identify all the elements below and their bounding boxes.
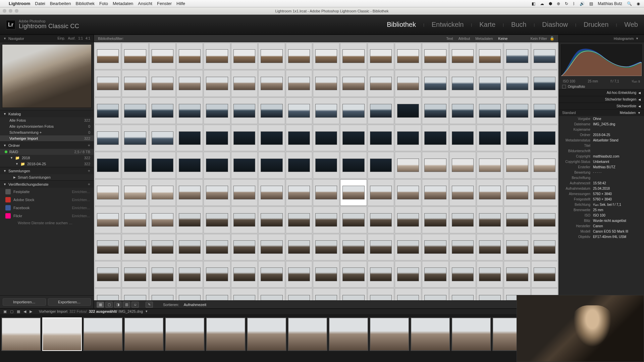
thumbnail-cell[interactable]	[531, 43, 558, 69]
thumbnail-cell[interactable]	[258, 206, 285, 233]
filmstrip-thumb[interactable]	[165, 317, 205, 351]
support-icon[interactable]: ⊕	[557, 1, 560, 6]
thumbnail-cell[interactable]	[95, 152, 121, 178]
catalog-row[interactable]: Vorheriger Import322	[0, 135, 94, 141]
thumbnail-cell[interactable]	[122, 43, 148, 69]
thumbnail-cell[interactable]	[368, 70, 394, 97]
menu-foto[interactable]: Foto	[99, 1, 108, 6]
metadata-row[interactable]: ErstellerMatthias BUTZ	[559, 164, 644, 170]
thumbnail-cell[interactable]	[286, 98, 312, 124]
metadata-row[interactable]: ObjektivEF17-40mm f/4L USM	[559, 234, 644, 239]
thumbnail-cell[interactable]	[149, 261, 176, 288]
thumbnail-cell[interactable]	[95, 206, 121, 233]
thumbnail-cell[interactable]	[95, 70, 121, 97]
people-view-button[interactable]: ☺	[131, 302, 139, 308]
thumbnail-cell[interactable]	[531, 98, 558, 124]
thumbnail-cell[interactable]	[149, 70, 176, 97]
thumbnail-cell[interactable]	[149, 43, 176, 69]
thumbnail-cell[interactable]	[449, 70, 476, 97]
thumbnail-cell[interactable]	[313, 98, 339, 124]
thumbnail-cell[interactable]	[286, 261, 312, 288]
thumbnail-cell[interactable]	[95, 234, 121, 260]
metadata-row[interactable]: Freigestellt5760 × 3840	[559, 196, 644, 202]
metadata-row[interactable]: Abmessungen5760 × 3840	[559, 191, 644, 196]
wifi-icon[interactable]: ⧘	[573, 1, 575, 6]
add-folder-icon[interactable]: +	[88, 143, 90, 148]
nav-zoom-4:1[interactable]: 4:1	[86, 37, 90, 40]
thumbnail-cell[interactable]	[531, 125, 558, 151]
thumbnail-cell[interactable]	[340, 261, 367, 288]
thumbnail-cell[interactable]	[477, 206, 503, 233]
nav-zoom-1:1[interactable]: 1:1	[78, 37, 83, 40]
module-tab-bibliothek[interactable]: Bibliothek	[387, 21, 416, 28]
thumbnail-cell[interactable]	[477, 261, 503, 288]
navigator-preview[interactable]	[2, 44, 92, 108]
catalog-header[interactable]: ▼ Katalog	[0, 110, 94, 117]
menu-ansicht[interactable]: Ansicht	[138, 1, 152, 6]
thumbnail-cell[interactable]	[231, 261, 258, 288]
metadata-row[interactable]: Ordner2018-04-25	[559, 132, 644, 137]
thumbnail-cell[interactable]	[395, 98, 421, 124]
thumbnail-cell[interactable]	[395, 43, 421, 69]
thumbnail-cell[interactable]	[477, 288, 503, 300]
thumbnail-cell[interactable]	[368, 98, 394, 124]
siri-icon[interactable]: ◉	[637, 1, 640, 6]
thumbnail-cell[interactable]	[449, 152, 476, 178]
thumbnail-cell[interactable]	[286, 179, 312, 206]
search-icon[interactable]: 🔍	[627, 1, 632, 6]
filter-tab-metadaten[interactable]: Metadaten	[475, 37, 493, 41]
thumbnail-cell[interactable]	[477, 125, 503, 151]
export-button[interactable]: Exportieren…	[48, 298, 91, 306]
thumbnail-cell[interactable]	[231, 70, 258, 97]
thumbnail-cell[interactable]	[504, 125, 530, 151]
metadata-row[interactable]: Bewertung· · · · ·	[559, 170, 644, 175]
thumbnail-cell[interactable]	[95, 98, 121, 124]
metadata-row[interactable]: Titel	[559, 143, 644, 148]
lock-icon[interactable]: 🔒	[550, 36, 554, 41]
thumbnail-cell[interactable]	[149, 152, 176, 178]
menu-bibliothek[interactable]: Bibliothek	[76, 1, 95, 6]
thumbnail-cell[interactable]	[340, 206, 367, 233]
thumbnail-cell[interactable]	[122, 288, 148, 300]
setup-link[interactable]: Einrichten…	[72, 190, 90, 194]
thumbnail-cell[interactable]	[422, 43, 448, 69]
compare-view-button[interactable]: ◨	[114, 302, 121, 308]
thumbnail-cell[interactable]	[313, 43, 339, 69]
thumbnail-cell[interactable]	[368, 261, 394, 288]
thumbnail-cell[interactable]	[122, 179, 148, 206]
thumbnail-cell[interactable]	[286, 206, 312, 233]
thumbnail-cell[interactable]	[504, 206, 530, 233]
thumbnail-cell[interactable]	[395, 206, 421, 233]
publish-service-row[interactable]: FacebookEinrichten…	[0, 204, 94, 212]
forward-icon[interactable]: ▶	[30, 309, 32, 314]
import-button[interactable]: Importieren…	[3, 298, 46, 306]
thumbnail-cell[interactable]	[340, 179, 367, 206]
filter-tab-keine[interactable]: Keine	[498, 37, 507, 41]
thumbnail-cell[interactable]	[231, 206, 258, 233]
thumbnail-cell[interactable]	[204, 152, 230, 178]
thumbnail-cell[interactable]	[449, 288, 476, 300]
thumbnail-cell[interactable]	[231, 152, 258, 178]
publish-service-row[interactable]: FestplatteEinrichten…	[0, 188, 94, 196]
thumbnail-cell[interactable]	[122, 70, 148, 97]
thumbnail-cell[interactable]	[149, 206, 176, 233]
thumbnail-cell[interactable]	[340, 98, 367, 124]
back-icon[interactable]: ◀	[23, 309, 26, 314]
metadata-row[interactable]: HerstellerCanon	[559, 223, 644, 229]
publish-more-link[interactable]: Weitere Dienste online suchen …	[0, 220, 94, 226]
setup-link[interactable]: Einrichten…	[72, 206, 90, 210]
filmstrip-thumb[interactable]	[1, 317, 41, 351]
volume-icon[interactable]: 🔊	[580, 1, 585, 6]
thumbnail-cell[interactable]	[176, 70, 203, 97]
thumbnail-cell[interactable]	[231, 98, 258, 124]
thumbnail-cell[interactable]	[149, 179, 176, 206]
status-icon[interactable]: ◧	[532, 1, 535, 6]
thumbnail-cell[interactable]	[204, 70, 230, 97]
thumbnail-cell[interactable]	[258, 261, 285, 288]
thumbnail-cell[interactable]	[449, 125, 476, 151]
thumbnail-cell[interactable]	[422, 288, 448, 300]
module-tab-entwickeln[interactable]: Entwickeln	[432, 21, 464, 28]
filter-tab-text[interactable]: Text	[446, 37, 453, 41]
thumbnail-cell[interactable]	[422, 261, 448, 288]
metadata-row[interactable]: ISOISO 100	[559, 213, 644, 218]
